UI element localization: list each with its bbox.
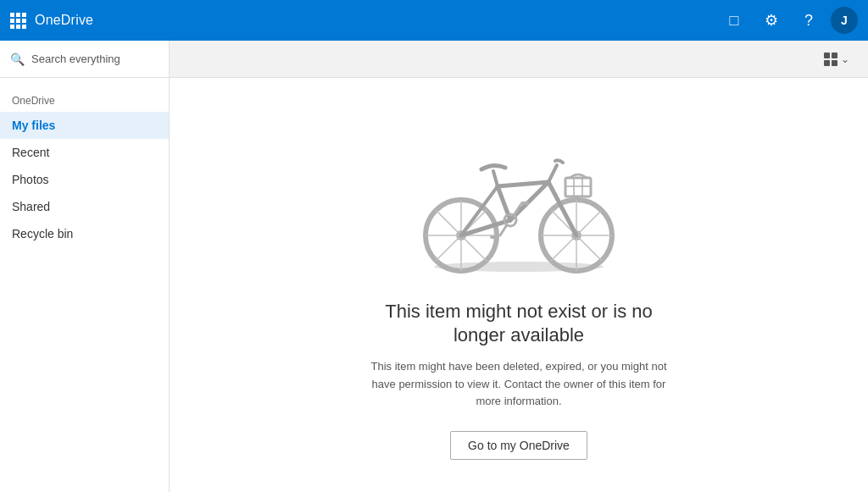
empty-state-title: This item might not exist or is no longe… [358,300,680,348]
content-area: ⌄ [170,41,868,492]
square-icon[interactable]: □ [719,5,749,36]
sidebar-item-photos[interactable]: Photos [0,166,169,193]
svg-line-16 [510,182,548,220]
sidebar-item-label: Shared [12,200,50,213]
main-layout: 🔍 Search everything OneDrive My files Re… [0,41,868,492]
svg-line-26 [500,226,506,235]
search-icon: 🔍 [10,53,25,66]
svg-line-15 [498,182,548,186]
sidebar: 🔍 Search everything OneDrive My files Re… [0,41,170,492]
nav-label: OneDrive [0,91,169,112]
bicycle-illustration [400,110,637,279]
avatar[interactable]: J [831,7,858,34]
sidebar-item-shared[interactable]: Shared [0,193,169,220]
empty-state-description: This item might have been deleted, expir… [358,358,680,411]
search-placeholder: Search everything [31,53,120,65]
app-grid-icon[interactable] [10,13,26,29]
content-toolbar: ⌄ [170,41,868,78]
sidebar-item-label: Photos [12,173,49,186]
search-box[interactable]: 🔍 Search everything [0,41,169,78]
svg-rect-21 [565,178,591,196]
top-bar-left: OneDrive [10,13,719,29]
settings-icon[interactable]: ⚙ [756,5,787,36]
sidebar-item-label: Recycle bin [12,227,73,240]
grid-view-icon [824,53,837,66]
view-toggle[interactable]: ⌄ [819,49,854,69]
sidebar-item-recent[interactable]: Recent [0,139,169,166]
sidebar-item-label: My files [12,119,55,132]
goto-onedrive-button[interactable]: Go to my OneDrive [450,431,587,460]
chevron-down-icon: ⌄ [841,53,849,65]
top-bar: OneDrive □ ⚙ ? J [0,0,868,41]
nav-section: OneDrive My files Recent Photos Shared R… [0,78,169,254]
svg-line-20 [548,165,557,182]
svg-line-19 [493,171,498,186]
help-icon[interactable]: ? [793,5,824,36]
sidebar-item-recycle-bin[interactable]: Recycle bin [0,220,169,247]
empty-state: This item might not exist or is no longe… [170,78,868,492]
app-title: OneDrive [35,13,93,28]
sidebar-item-label: Recent [12,146,49,159]
top-bar-right: □ ⚙ ? J [719,5,858,36]
sidebar-item-my-files[interactable]: My files [0,112,169,139]
